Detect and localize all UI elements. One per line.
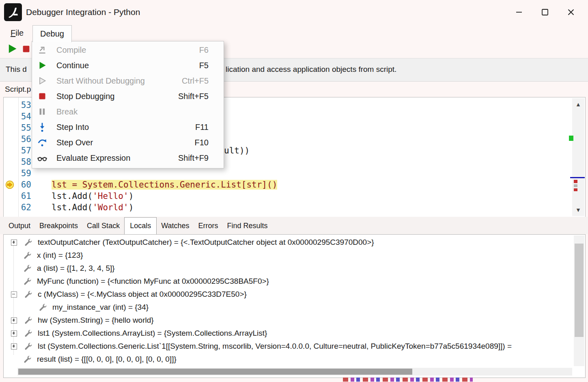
maximize-button[interactable] <box>532 0 558 24</box>
code-segment: ) <box>129 203 134 212</box>
current-line-highlight: lst = System.Collections.Generic.List[st… <box>52 180 277 190</box>
script-file-tab[interactable]: Script.p <box>5 82 31 96</box>
title-bar: Debugger Integration - Python <box>0 0 588 24</box>
expand-plus-icon[interactable] <box>11 343 17 350</box>
close-button[interactable] <box>558 0 584 24</box>
line-number: 54 <box>15 111 31 122</box>
stop-debugging-icon <box>37 91 47 101</box>
locals-row[interactable]: lst1 (System.Collections.ArrayList) = {S… <box>4 327 573 340</box>
close-icon <box>566 8 575 17</box>
script-file-tab-label: Script.p <box>5 85 31 93</box>
tab-errors[interactable]: Errors <box>194 218 223 234</box>
menu-item-compile[interactable]: CompileF6 <box>32 42 224 58</box>
tab-output[interactable]: Output <box>4 218 35 234</box>
code-segment: ) <box>129 191 134 201</box>
code-segment: 'Hello' <box>93 191 129 201</box>
menu-item-label: Step Into <box>56 123 89 132</box>
variable-text: my_instance_var (int) = {34} <box>52 303 149 312</box>
line-number: 58 <box>15 156 31 168</box>
code-segment: lst = System.Collections.Generic.List[st… <box>52 180 277 190</box>
code-segment: 'World' <box>93 203 129 212</box>
menu-debug[interactable]: Debug <box>32 25 72 42</box>
menu-item-break[interactable]: Break <box>32 104 224 119</box>
menu-debug-label: Debug <box>40 29 64 38</box>
tab-watches[interactable]: Watches <box>157 218 194 234</box>
variable-wrench-icon <box>39 303 47 312</box>
code-line[interactable]: 60lst = System.Collections.Generic.List[… <box>4 179 571 190</box>
editor-vertical-scrollbar[interactable]: ▲ ▼ <box>572 98 584 216</box>
tab-breakpoints[interactable]: Breakpoints <box>35 218 82 234</box>
window-title: Debugger Integration - Python <box>26 0 140 24</box>
locals-horizontal-scrollbar[interactable] <box>17 368 572 376</box>
menu-item-label: Step Over <box>56 138 93 147</box>
code-segment: lst.Add( <box>52 191 93 201</box>
variable-wrench-icon <box>23 264 32 273</box>
variable-text: x (int) = {123} <box>37 251 83 260</box>
app-logo <box>4 3 22 21</box>
code-text: lst.Add('Hello') <box>52 190 134 202</box>
line-number: 62 <box>15 202 31 213</box>
tab-call-stack[interactable]: Call Stack <box>82 218 124 234</box>
break-icon <box>37 106 47 117</box>
menu-item-evaluate-expression[interactable]: Evaluate ExpressionShift+F9 <box>32 150 224 166</box>
variable-wrench-icon <box>24 316 33 325</box>
locals-row[interactable]: lst (System.Collections.Generic.List`1[[… <box>4 340 573 353</box>
change-marker <box>569 136 573 141</box>
variable-text: MyFunc (function) = {<function MyFunc at… <box>37 277 269 286</box>
minimize-button[interactable] <box>506 0 532 24</box>
locals-vertical-scrollbar[interactable] <box>574 235 584 366</box>
expand-plus-icon[interactable] <box>11 317 17 324</box>
line-number: 56 <box>15 134 31 145</box>
locals-row[interactable]: MyFunc (function) = {<function MyFunc at… <box>4 275 573 288</box>
scroll-down-icon[interactable]: ▼ <box>572 204 584 216</box>
locals-row[interactable]: c (MyClass) = {<.MyClass object at 0x000… <box>4 288 573 301</box>
tab-locals[interactable]: Locals <box>124 217 157 235</box>
breakpoint-marker <box>574 188 577 191</box>
menu-item-label: Break <box>56 107 78 117</box>
menu-item-continue[interactable]: ContinueF5 <box>32 58 224 73</box>
expand-plus-icon[interactable] <box>11 330 17 337</box>
code-line[interactable]: 59 <box>4 168 571 179</box>
variable-wrench-icon <box>24 238 33 247</box>
variable-text: lst (System.Collections.Generic.List`1[[… <box>38 342 512 351</box>
collapse-minus-icon[interactable] <box>11 291 17 298</box>
menu-item-stop-debugging[interactable]: Stop DebuggingShift+F5 <box>32 88 224 104</box>
window-controls <box>506 0 584 24</box>
expand-plus-icon[interactable] <box>11 240 17 246</box>
locals-row[interactable]: textOutputCatcher (TextOutputCatcher) = … <box>4 236 573 249</box>
stop-button[interactable] <box>22 45 30 53</box>
menu-item-shortcut: F5 <box>199 61 209 70</box>
menu-item-label: Continue <box>56 61 89 70</box>
menu-item-shortcut: F11 <box>195 123 209 132</box>
menu-item-shortcut: F10 <box>195 138 209 147</box>
scrollbar-thumb[interactable] <box>575 244 584 337</box>
menu-item-label: Compile <box>56 45 86 55</box>
menu-item-shortcut: Shift+F9 <box>178 153 209 163</box>
variable-text: lst1 (System.Collections.ArrayList) = {S… <box>38 329 267 338</box>
breakpoint-marker <box>574 180 577 183</box>
locals-row[interactable]: result (list) = {[[0, 0, 0], [0, 0, 0], … <box>4 353 573 366</box>
variable-text: a (list) = {[1, 2, 3, 4, 5]} <box>37 264 115 273</box>
scroll-up-icon[interactable]: ▲ <box>572 98 584 110</box>
tab-find-results[interactable]: Find Results <box>223 218 272 234</box>
menu-file[interactable]: File <box>6 25 28 41</box>
clipped-text-artifact <box>343 378 473 382</box>
locals-row[interactable]: hw (System.String) = {hello world} <box>4 314 573 327</box>
code-line[interactable]: 62lst.Add('World') <box>4 202 571 213</box>
code-line[interactable]: 61lst.Add('Hello') <box>4 190 571 202</box>
menu-item-step-into[interactable]: Step IntoF11 <box>32 119 224 135</box>
locals-row[interactable]: x (int) = {123} <box>4 249 573 262</box>
code-text: lst.Add('World') <box>52 202 134 213</box>
run-button[interactable] <box>6 43 18 54</box>
variable-wrench-icon <box>23 251 32 260</box>
scrollbar-thumb[interactable] <box>18 369 412 375</box>
line-number: 61 <box>15 190 31 202</box>
menu-item-label: Stop Debugging <box>56 92 114 101</box>
locals-row[interactable]: a (list) = {[1, 2, 3, 4, 5]} <box>4 262 573 275</box>
menu-item-start-without-debugging[interactable]: Start Without DebuggingCtrl+F5 <box>32 73 224 88</box>
debug-dropdown-menu: CompileF6ContinueF5Start Without Debuggi… <box>32 41 224 168</box>
locals-row[interactable]: my_instance_var (int) = {34} <box>4 301 573 314</box>
code-text: lst = System.Collections.Generic.List[st… <box>52 179 277 190</box>
menu-item-step-over[interactable]: Step OverF10 <box>32 135 224 150</box>
description-left-fragment: This d <box>6 58 27 80</box>
